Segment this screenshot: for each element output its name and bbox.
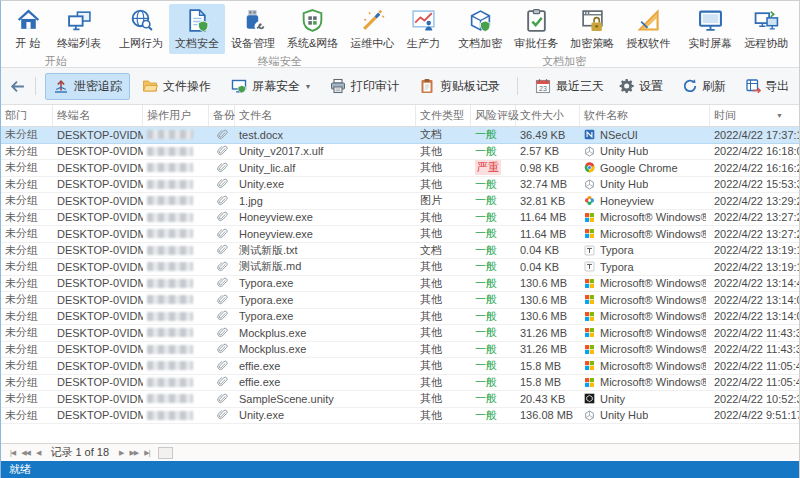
ribbon-item-approval-tasks[interactable]: 审批任务 (508, 4, 564, 54)
toolbar-button-export[interactable]: 导出 (742, 74, 792, 99)
pager-prev-button-2[interactable]: ◀ (33, 449, 43, 457)
cell-risk-rating: 一般 (471, 127, 516, 143)
toolbar-button-leak-trace[interactable]: 泄密追踪 (45, 73, 130, 100)
toolbar-button-settings[interactable]: 设置 (616, 74, 666, 99)
table-row[interactable]: 未分组DESKTOP-0VIDMDJMockplus.exe其他一般31.26 … (1, 342, 799, 359)
back-button[interactable] (9, 74, 26, 98)
cell-file-name: Honeyview.exe (235, 210, 416, 226)
risk-badge: 一般 (475, 226, 497, 241)
ribbon-item-document-security[interactable]: 文档安全 (169, 4, 225, 54)
toolbar-button-label: 设置 (639, 78, 663, 95)
table-row[interactable]: 未分组DESKTOP-0VIDMDJHoneyview.exe其他一般11.64… (1, 210, 799, 227)
table-row[interactable]: 未分组DESKTOP-0VIDMDJtest.docx文档一般36.49 KBN… (1, 127, 799, 144)
ribbon-item-ops-center[interactable]: 运维中心 (344, 4, 400, 54)
pager-prev-button-0[interactable]: |◀ (7, 449, 18, 457)
table-row[interactable]: 未分组DESKTOP-0VIDMDJ1.jpg图片一般32.81 KBHoney… (1, 193, 799, 210)
ribbon-item-sensitive-content-scan[interactable]: 敏感内容扫描 (794, 4, 800, 54)
paperclip-icon (216, 310, 228, 322)
cell-file-name: Unity_lic.alf (235, 160, 416, 176)
screen-security-icon (231, 78, 247, 94)
cell-terminal-name: DESKTOP-0VIDMDJ (53, 309, 143, 325)
ribbon-item-device-management[interactable]: 设备管理 (225, 4, 281, 54)
table-row[interactable]: 未分组DESKTOP-0VIDMDJUnity.exe其他一般136.08 MB… (1, 408, 799, 425)
cell-software-name: Microsoft® Windows® Oper... (580, 325, 710, 341)
app-window: 开 始终端列表开始上网行为文档安全设备管理系统&网络运维中心生产力终端安全文档加… (0, 0, 800, 478)
cell-risk-rating: 一般 (471, 193, 516, 209)
cell-time: 2022/4/22 13:27:25 (710, 210, 799, 226)
toolbar-button-clipboard-records[interactable]: 剪贴板记录 (411, 73, 508, 100)
table-row[interactable]: 未分组DESKTOP-0VIDMDJ测试新版.txt文档一般0.04 KBTyp… (1, 243, 799, 260)
cell-department: 未分组 (1, 276, 53, 292)
column-header[interactable]: 操作用户 (143, 105, 209, 126)
ribbon-item-authorized-software[interactable]: 授权软件 (620, 4, 676, 54)
ribbon-item-productivity[interactable]: 生产力 (400, 4, 446, 54)
table-row[interactable]: 未分组DESKTOP-0VIDMDJeffie.exe其他一般15.8 MBMi… (1, 358, 799, 375)
pager-next-button-0[interactable]: ▶ (116, 449, 126, 457)
toolbar-button-refresh[interactable]: 刷新 (679, 74, 729, 99)
ribbon-item-realtime-screen[interactable]: 实时屏幕 (682, 4, 738, 54)
toolbar-button-screen-security[interactable]: 屏幕安全▾ (223, 73, 318, 100)
risk-badge: 一般 (475, 127, 497, 142)
cell-risk-rating: 一般 (471, 408, 516, 424)
table-row[interactable]: 未分组DESKTOP-0VIDMDJUnity.exe其他一般32.74 MBU… (1, 177, 799, 194)
pager-edit-button[interactable] (158, 447, 173, 459)
ribbon-item-encryption-policy[interactable]: 加密策略 (564, 4, 620, 54)
toolbar-button-recent-three-days[interactable]: 23最近三天 (527, 73, 612, 100)
operator-user-redacted (147, 262, 193, 271)
table-row[interactable]: 未分组DESKTOP-0VIDMDJTypora.exe其他一般130.6 MB… (1, 276, 799, 293)
file-ops-icon (142, 78, 158, 94)
column-header[interactable]: 备份 (209, 105, 235, 126)
cell-software-name: Unity Hub (580, 408, 710, 424)
authorized-software-icon (636, 8, 661, 33)
column-header[interactable]: 文件类型 (416, 105, 471, 126)
cell-file-type: 其他 (416, 226, 471, 242)
paperclip-icon (216, 145, 228, 157)
cell-file-size: 136.08 MB (516, 408, 580, 424)
column-header[interactable]: 文件大小 (516, 105, 580, 126)
table-row[interactable]: 未分组DESKTOP-0VIDMDJSampleScene.unity其他一般2… (1, 391, 799, 408)
column-header[interactable]: 文件名 (235, 105, 416, 126)
pager-prev-button-1[interactable]: ◀◀ (18, 449, 33, 457)
table-row[interactable]: 未分组DESKTOP-0VIDMDJ测试新版.md其他一般0.04 KBTypo… (1, 259, 799, 276)
ribbon-item-internet-behavior[interactable]: 上网行为 (113, 4, 169, 54)
toolbar-button-file-operations[interactable]: 文件操作 (134, 73, 219, 100)
table-row[interactable]: 未分组DESKTOP-0VIDMDJTypora.exe其他一般130.6 MB… (1, 292, 799, 309)
cell-department: 未分组 (1, 259, 53, 275)
ribbon-item-label: 远程协助 (744, 36, 788, 51)
unityhub-app-icon (584, 410, 595, 421)
cell-risk-rating: 一般 (471, 358, 516, 374)
column-header[interactable]: 风险评级 (471, 105, 516, 126)
table-row[interactable]: 未分组DESKTOP-0VIDMDJTypora.exe其他一般130.6 MB… (1, 309, 799, 326)
pager-next-button-2[interactable]: ▶| (141, 449, 152, 457)
column-header[interactable]: 部门 (1, 105, 53, 126)
cell-file-size: 0.04 KB (516, 259, 580, 275)
ribbon-item-label: 生产力 (407, 36, 440, 51)
pager-next-button-1[interactable]: ▶▶ (126, 449, 141, 457)
table-row[interactable]: 未分组DESKTOP-0VIDMDJMockplus.exe其他一般31.26 … (1, 325, 799, 342)
ribbon-item-label: 审批任务 (514, 36, 558, 51)
cell-file-type: 文档 (416, 243, 471, 259)
cell-operator-user (143, 325, 209, 341)
windows-app-icon (584, 344, 595, 355)
ribbon-item-terminal-list[interactable]: 终端列表 (51, 4, 107, 54)
column-header[interactable]: 软件名称 (580, 105, 710, 126)
toolbar-button-print-audit[interactable]: 打印审计 (322, 73, 407, 100)
column-header[interactable]: 时间▼ (710, 105, 799, 126)
table-row[interactable]: 未分组DESKTOP-0VIDMDJUnity_lic.alf其他严重0.98 … (1, 160, 799, 177)
cell-file-type: 其他 (416, 342, 471, 358)
table-row[interactable]: 未分组DESKTOP-0VIDMDJUnity_v2017.x.ulf其他一般2… (1, 144, 799, 161)
ribbon-item-home[interactable]: 开 始 (5, 4, 51, 54)
cell-terminal-name: DESKTOP-0VIDMDJ (53, 276, 143, 292)
column-header[interactable]: 终端名 (53, 105, 143, 126)
ribbon-item-document-encryption[interactable]: 文档加密 (452, 4, 508, 54)
table-row[interactable]: 未分组DESKTOP-0VIDMDJeffie.exe其他一般15.8 MBMi… (1, 375, 799, 392)
cell-operator-user (143, 177, 209, 193)
cell-time: 2022/4/22 11:43:37 (710, 342, 799, 358)
cell-operator-user (143, 292, 209, 308)
table-row[interactable]: 未分组DESKTOP-0VIDMDJHoneyview.exe其他一般11.64… (1, 226, 799, 243)
windows-app-icon (584, 228, 595, 239)
risk-badge: 一般 (475, 325, 497, 340)
ribbon-item-system-network[interactable]: 系统&网络 (281, 4, 344, 54)
settings-gear-icon (619, 78, 635, 94)
ribbon-item-remote-assist[interactable]: 远程协助 (738, 4, 794, 54)
